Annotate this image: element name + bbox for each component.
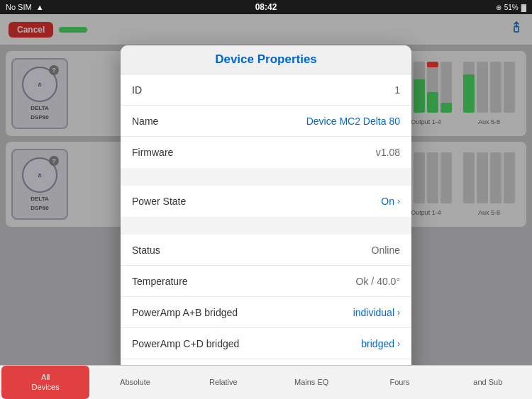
id-value: 1	[394, 84, 400, 96]
modal-row-temperature: Temperature Ok / 40.0°	[121, 266, 411, 297]
tab-mains-eq[interactable]: Mains EQ	[267, 366, 355, 399]
name-label: Name	[132, 116, 158, 127]
poweramp-ab-label: PowerAmp A+B bridged	[132, 307, 238, 318]
status-label: Status	[132, 245, 160, 256]
tab-fours[interactable]: Fours	[355, 366, 443, 399]
temperature-label: Temperature	[132, 276, 188, 287]
modal-body: ID 1 Name Device MC2 Delta 80 Firmware v…	[121, 74, 411, 379]
modal-row-firmware: Firmware v1.08	[121, 137, 411, 168]
poweramp-cd-label: PowerAmp C+D bridged	[132, 338, 239, 349]
tab-label: AllDevices	[32, 373, 60, 391]
temperature-value: Ok / 40.0°	[356, 276, 400, 287]
status-value: Online	[372, 245, 400, 256]
poweramp-cd-value: bridged ›	[361, 338, 400, 349]
modal-header: Device Properties	[121, 45, 411, 74]
tab-label: Absolute	[120, 378, 150, 387]
battery-text: 51%	[504, 4, 519, 11]
chevron-icon: ›	[397, 308, 400, 317]
tab-and-sub[interactable]: and Sub	[444, 366, 532, 399]
modal-row-poweramp-ab[interactable]: PowerAmp A+B bridged individual ›	[121, 297, 411, 328]
modal-section-2: Power State On ›	[121, 186, 411, 217]
tab-absolute[interactable]: Absolute	[91, 366, 179, 399]
modal-title: Device Properties	[215, 52, 317, 66]
tab-label: Relative	[209, 378, 238, 387]
modal-section-1: ID 1 Name Device MC2 Delta 80 Firmware v…	[121, 74, 411, 168]
modal-overlay: Device Properties ID 1 Name Device MC2 D…	[0, 14, 532, 365]
poweramp-ab-value: individual ›	[353, 307, 400, 318]
modal-row-name[interactable]: Name Device MC2 Delta 80	[121, 106, 411, 137]
status-left: No SIM ▲	[6, 3, 44, 11]
tab-label: and Sub	[473, 378, 502, 387]
modal-row-status: Status Online	[121, 235, 411, 266]
firmware-value: v1.08	[376, 147, 400, 158]
firmware-label: Firmware	[132, 147, 173, 158]
modal-row-power[interactable]: Power State On ›	[121, 186, 411, 217]
tab-label: Fours	[389, 378, 409, 387]
tab-bar: AllDevices Absolute Relative Mains EQ Fo…	[0, 365, 532, 399]
power-label: Power State	[132, 196, 186, 207]
modal-row-poweramp-cd[interactable]: PowerAmp C+D bridged bridged ›	[121, 328, 411, 359]
wifi-icon: ▲	[36, 3, 44, 11]
section-gap	[121, 218, 411, 235]
modal-section-3: Status Online Temperature Ok / 40.0° Pow…	[121, 235, 411, 379]
power-value: On ›	[381, 196, 400, 207]
status-right: ⊕ 51% ▓	[496, 4, 526, 11]
time-display: 08:42	[255, 2, 277, 12]
id-label: ID	[132, 84, 142, 96]
tab-relative[interactable]: Relative	[179, 366, 267, 399]
chevron-icon: ›	[397, 196, 400, 206]
section-gap	[121, 169, 411, 186]
modal-row-id: ID 1	[121, 74, 411, 106]
device-properties-modal: Device Properties ID 1 Name Device MC2 D…	[121, 45, 411, 379]
location-icon: ⊕	[496, 4, 501, 11]
chevron-icon: ›	[397, 339, 400, 349]
status-bar: No SIM ▲ 08:42 ⊕ 51% ▓	[0, 0, 532, 14]
tab-label: Mains EQ	[294, 378, 328, 387]
tab-all-devices[interactable]: AllDevices	[1, 366, 89, 399]
name-value: Device MC2 Delta 80	[306, 116, 400, 127]
battery-icon: ▓	[521, 4, 526, 11]
carrier-text: No SIM	[6, 3, 32, 11]
